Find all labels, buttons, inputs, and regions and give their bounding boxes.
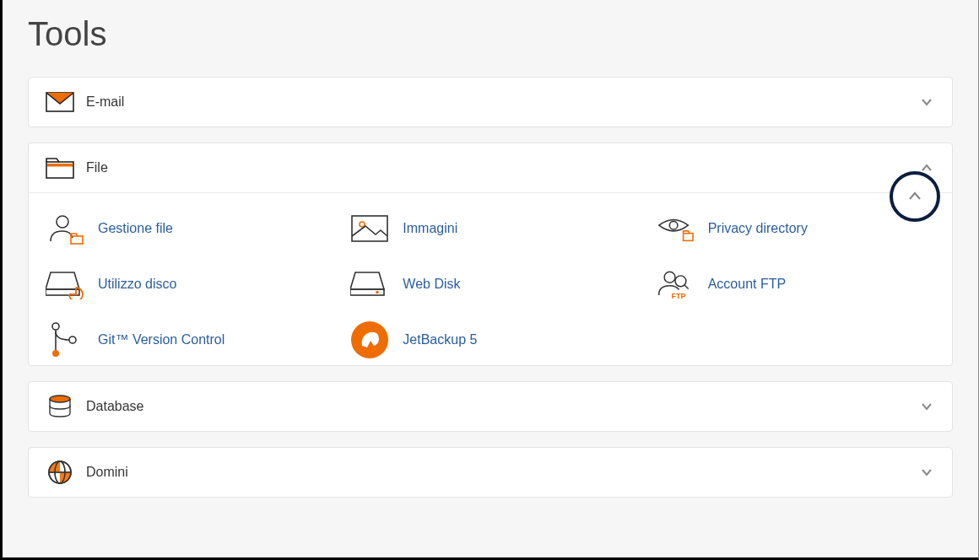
tool-git-version-control[interactable]: Git™ Version Control xyxy=(46,323,325,357)
tool-label: Git™ Version Control xyxy=(98,332,224,347)
tool-label: Account FTP xyxy=(708,277,786,292)
svg-rect-5 xyxy=(352,216,387,241)
panel-email-header[interactable]: E-mail xyxy=(29,78,952,127)
tool-label: Utilizzo disco xyxy=(98,277,176,292)
user-folder-icon xyxy=(46,212,84,245)
svg-rect-8 xyxy=(683,234,693,241)
jetbackup-icon xyxy=(350,323,389,357)
envelope-icon xyxy=(46,91,74,113)
svg-point-6 xyxy=(360,222,365,227)
tool-label: Immagini xyxy=(403,221,457,236)
chevron-down-icon xyxy=(920,400,933,413)
panel-file: File Gestione file xyxy=(28,143,953,366)
folder-icon xyxy=(46,157,74,179)
tool-label: Web Disk xyxy=(403,277,460,292)
svg-text:FTP: FTP xyxy=(671,292,685,300)
panel-database-header[interactable]: Database xyxy=(29,382,952,431)
tool-label: Gestione file xyxy=(98,221,173,236)
tool-ftp-accounts[interactable]: FTP Account FTP xyxy=(656,267,935,301)
disk-pie-icon xyxy=(46,267,84,301)
svg-point-18 xyxy=(69,337,76,343)
svg-rect-2 xyxy=(47,164,73,167)
svg-point-7 xyxy=(669,221,678,229)
panel-email-label: E-mail xyxy=(86,94,124,110)
svg-point-17 xyxy=(52,350,59,357)
disk-icon xyxy=(350,267,389,301)
svg-rect-10 xyxy=(350,289,384,295)
panel-domains-label: Domini xyxy=(86,465,128,480)
tool-disk-usage[interactable]: Utilizzo disco xyxy=(46,267,325,301)
svg-point-12 xyxy=(664,272,675,283)
panel-file-body: Gestione file Immagini xyxy=(29,192,952,365)
tool-label: JetBackup 5 xyxy=(403,332,477,347)
panel-file-label: File xyxy=(86,160,108,175)
panel-file-header[interactable]: File xyxy=(29,143,952,192)
panel-database-label: Database xyxy=(86,399,144,414)
chevron-down-icon xyxy=(920,95,933,109)
svg-point-21 xyxy=(50,396,70,402)
image-icon xyxy=(350,212,389,245)
svg-point-16 xyxy=(52,323,59,330)
chevron-up-icon xyxy=(907,189,922,204)
svg-point-13 xyxy=(675,276,686,287)
panel-database: Database xyxy=(28,381,953,432)
tool-jetbackup[interactable]: JetBackup 5 xyxy=(350,323,630,357)
svg-point-3 xyxy=(57,216,68,228)
git-branch-icon xyxy=(46,323,84,357)
scroll-to-top-button[interactable] xyxy=(890,171,940,222)
chevron-down-icon xyxy=(920,466,933,479)
page-title: Tools xyxy=(28,0,953,77)
eye-folder-icon xyxy=(656,212,695,245)
panel-domains: Domini xyxy=(28,447,953,498)
tool-web-disk[interactable]: Web Disk xyxy=(350,267,630,301)
tool-label: Privacy directory xyxy=(708,221,808,236)
database-icon xyxy=(46,396,74,417)
svg-point-11 xyxy=(376,291,380,294)
panel-domains-header[interactable]: Domini xyxy=(29,448,952,497)
svg-line-14 xyxy=(684,285,689,289)
tool-privacy-directory[interactable]: Privacy directory xyxy=(656,212,935,245)
globe-icon xyxy=(46,461,74,483)
tool-images[interactable]: Immagini xyxy=(350,212,630,245)
user-ftp-icon: FTP xyxy=(656,267,695,301)
panel-email: E-mail xyxy=(28,77,953,127)
tool-file-manager[interactable]: Gestione file xyxy=(46,212,325,245)
